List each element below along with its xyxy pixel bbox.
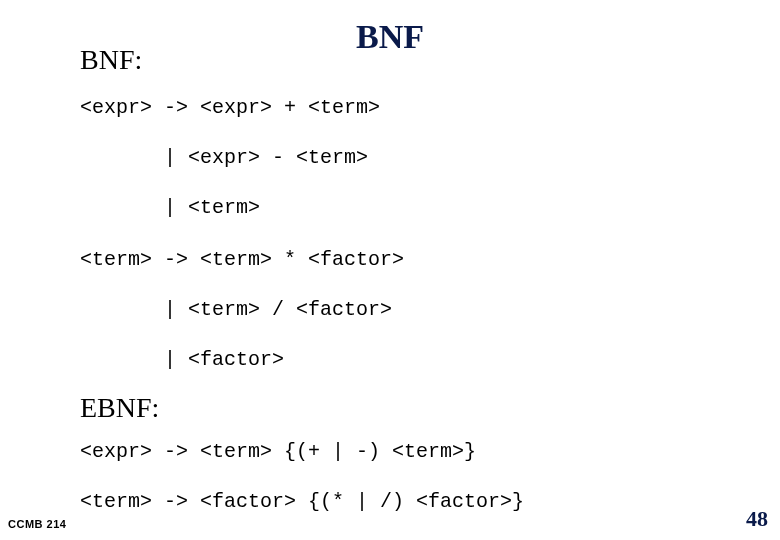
bnf-rule-4: <term> -> <term> * <factor>	[80, 248, 404, 271]
ebnf-heading: EBNF:	[80, 392, 159, 424]
footer-course-code: CCMB 214	[8, 518, 66, 530]
bnf-rule-6: | <factor>	[80, 348, 284, 371]
ebnf-rule-2: <term> -> <factor> {(* | /) <factor>}	[80, 490, 524, 513]
bnf-rule-3: | <term>	[80, 196, 260, 219]
bnf-rule-2: | <expr> - <term>	[80, 146, 368, 169]
ebnf-rule-1: <expr> -> <term> {(+ | -) <term>}	[80, 440, 476, 463]
slide: BNF BNF: <expr> -> <expr> + <term> | <ex…	[0, 0, 780, 540]
page-number: 48	[746, 506, 768, 532]
bnf-rule-1: <expr> -> <expr> + <term>	[80, 96, 380, 119]
bnf-heading: BNF:	[80, 44, 142, 76]
bnf-rule-5: | <term> / <factor>	[80, 298, 392, 321]
